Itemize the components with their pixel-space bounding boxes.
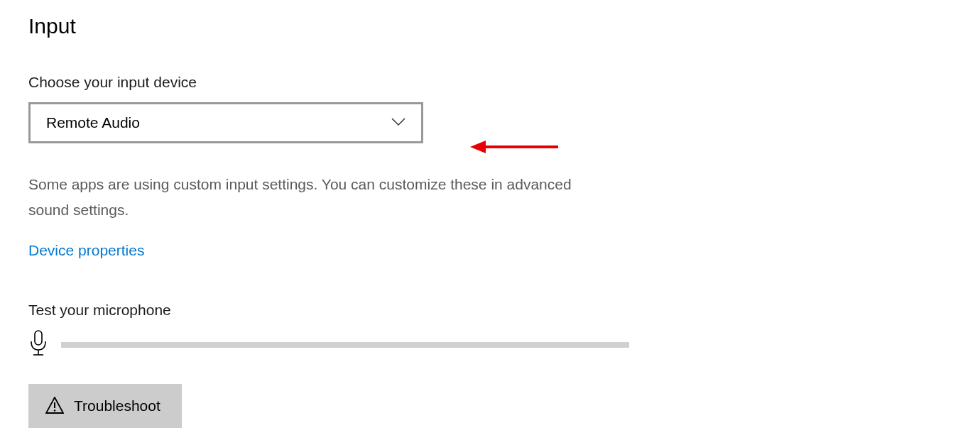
input-settings-description: Some apps are using custom input setting… <box>28 172 582 222</box>
svg-marker-1 <box>470 141 486 153</box>
warning-icon <box>45 397 64 416</box>
troubleshoot-label: Troubleshoot <box>74 397 160 414</box>
input-device-selected: Remote Audio <box>46 114 140 131</box>
section-title: Input <box>28 14 952 38</box>
input-device-dropdown[interactable]: Remote Audio <box>28 102 423 143</box>
svg-point-7 <box>54 409 56 412</box>
mic-level-bar <box>61 342 629 348</box>
arrow-annotation <box>469 136 561 160</box>
input-device-label: Choose your input device <box>28 74 952 91</box>
mic-test-label: Test your microphone <box>28 302 952 319</box>
device-properties-link[interactable]: Device properties <box>28 242 144 259</box>
troubleshoot-button[interactable]: Troubleshoot <box>28 384 182 428</box>
mic-test-row <box>28 330 952 360</box>
svg-rect-2 <box>35 331 42 345</box>
chevron-down-icon <box>391 116 405 129</box>
microphone-icon <box>28 330 48 360</box>
